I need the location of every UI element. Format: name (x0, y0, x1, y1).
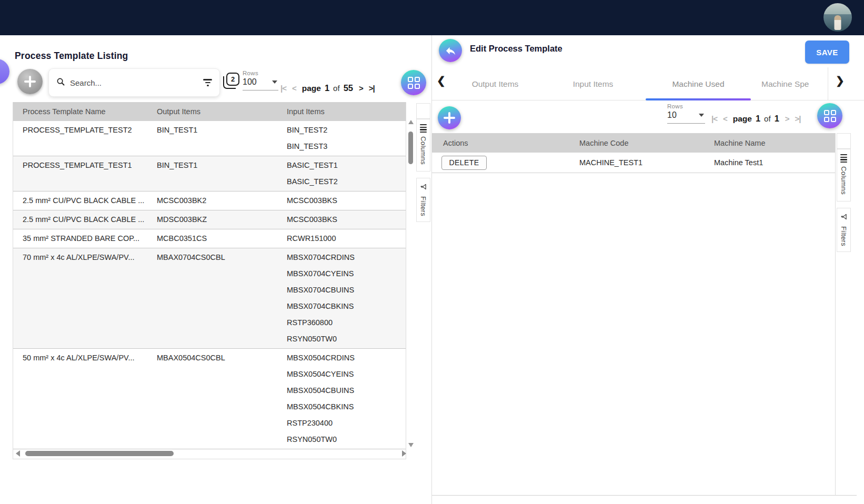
cell-process-template-name: 2.5 mm² CU/PVC BLACK CABLE ... (13, 210, 150, 229)
edit-panel-title: Edit Process Template (470, 44, 562, 54)
grid-icon (824, 110, 836, 122)
tab-machine-used[interactable]: Machine Used (646, 67, 751, 100)
cell-output-items: MBAX0504CS0CBL (150, 349, 280, 449)
columns-side-tab[interactable]: Columns (837, 149, 851, 201)
tabbar-separator (828, 67, 828, 100)
page-indicator: page 1 of 1 (733, 114, 779, 124)
column-header-process-template-name[interactable]: Process Template Name (13, 107, 150, 116)
search-box (48, 68, 220, 97)
close-panel-button[interactable]: ✕ (0, 59, 9, 84)
vertical-scrollbar-thumb[interactable] (408, 132, 413, 164)
scroll-left-arrow[interactable] (16, 450, 20, 457)
filter-funnel-icon (420, 183, 427, 193)
cell-output-items: BIN_TEST1 (150, 156, 280, 191)
cell-input-items: BASIC_TEST1BASIC_TEST2 (280, 156, 406, 191)
process-template-table: Process Template Name Output Items Input… (13, 102, 406, 459)
reply-arrow-icon (445, 45, 457, 57)
next-page-button[interactable]: > (359, 84, 363, 93)
cell-process-template-name: PROCESS_TEMPLATE_TEST1 (13, 156, 150, 191)
top-navbar (0, 0, 864, 35)
filter-funnel-icon (840, 213, 848, 223)
layout-grid-button[interactable] (817, 103, 842, 128)
plus-icon (444, 112, 455, 124)
filters-side-tab[interactable]: Filters (837, 208, 851, 252)
table-header: Process Template Name Output Items Input… (13, 102, 406, 121)
page-indicator: page 1 of 55 (302, 83, 353, 93)
columns-icon (840, 154, 847, 163)
cell-input-items: RCWR151000 (280, 229, 406, 248)
page-title: Process Template Listing (15, 51, 128, 62)
process-template-row[interactable]: 2.5 mm² CU/PVC BLACK CABLE ... MCSC003BK… (13, 191, 406, 210)
tabs-scroll-left-icon[interactable]: ❮ (437, 74, 446, 87)
last-page-button[interactable]: >| (795, 114, 801, 123)
cell-process-template-name: PROCESS_TEMPLATE_TEST2 (13, 121, 150, 156)
horizontal-scrollbar-thumb[interactable] (25, 451, 174, 456)
rows-value: 100 (243, 77, 257, 87)
cell-input-items: MBSX0504CRDINSMBSX0504CYEINSMBSX0504CBUI… (280, 349, 406, 449)
column-header-machine-code[interactable]: Machine Code (571, 139, 706, 147)
table-body: PROCESS_TEMPLATE_TEST2 BIN_TEST1 BIN_TES… (13, 121, 406, 449)
cell-process-template-name: 70 mm² x 4c AL/XLPE/SWA/PV... (13, 248, 150, 348)
table-header: Actions Machine Code Machine Name (432, 133, 835, 153)
cell-machine-name: Machine Test1 (706, 158, 836, 167)
columns-side-tab[interactable]: Columns (416, 119, 430, 172)
process-template-row[interactable]: PROCESS_TEMPLATE_TEST1 BIN_TEST1 BASIC_T… (13, 156, 406, 191)
column-header-output-items[interactable]: Output Items (150, 107, 280, 116)
cell-input-items: MBSX0704CRDINSMBSX0704CYEINSMBSX0704CBUI… (280, 248, 406, 348)
column-header-machine-name[interactable]: Machine Name (706, 139, 836, 147)
table-bottom-border (836, 495, 857, 496)
cell-output-items: MCSC003BK2 (150, 191, 280, 210)
layout-grid-button[interactable] (401, 70, 426, 95)
scroll-right-arrow[interactable] (402, 450, 406, 457)
pagination: |< < page 1 of 55 > >| (280, 80, 375, 96)
filters-side-tab[interactable]: Filters (416, 178, 430, 222)
tab-output-items[interactable]: Output Items (450, 67, 540, 100)
cell-output-items: MDSC003BKZ (150, 210, 280, 229)
tab-machine-specification[interactable]: Machine Spe (751, 67, 828, 100)
process-template-row[interactable]: 70 mm² x 4c AL/XLPE/SWA/PV... MBAX0704CS… (13, 248, 406, 349)
scroll-down-arrow[interactable] (408, 443, 414, 447)
add-machine-button[interactable] (438, 106, 461, 129)
plus-icon (24, 76, 36, 87)
cell-process-template-name: 2.5 mm² CU/PVC BLACK CABLE ... (13, 191, 150, 210)
horizontal-scrollbar[interactable] (16, 450, 406, 457)
prev-page-button[interactable]: < (723, 114, 727, 123)
next-page-button[interactable]: > (785, 114, 789, 123)
rows-label: Rows (667, 103, 705, 109)
column-header-actions[interactable]: Actions (432, 139, 571, 147)
app-root: ✕ Process Template Listing 2 Rows 100 |<… (0, 0, 864, 504)
machine-row[interactable]: DELETE MACHINE_TEST1 Machine Test1 (432, 153, 835, 173)
process-template-row[interactable]: 2.5 mm² CU/PVC BLACK CABLE ... MDSC003BK… (13, 210, 406, 229)
user-avatar[interactable] (823, 3, 852, 32)
rows-per-page-select[interactable]: Rows 10 (667, 103, 705, 124)
save-button[interactable]: SAVE (805, 41, 849, 64)
pagination: |< < page 1 of 1 > >| (711, 110, 801, 126)
search-icon (56, 77, 65, 88)
filter-list-icon[interactable] (203, 79, 212, 86)
add-process-template-button[interactable] (17, 69, 43, 94)
machine-used-table: Actions Machine Code Machine Name DELETE… (432, 133, 836, 496)
first-page-button[interactable]: |< (280, 84, 286, 93)
first-page-button[interactable]: |< (711, 114, 717, 123)
rows-per-page-select[interactable]: Rows 100 (243, 70, 278, 90)
process-template-row[interactable]: PROCESS_TEMPLATE_TEST2 BIN_TEST1 BIN_TES… (13, 121, 406, 156)
rows-label: Rows (243, 70, 278, 76)
column-header-input-items[interactable]: Input Items (280, 107, 406, 116)
scroll-up-arrow[interactable] (408, 120, 414, 124)
process-template-row[interactable]: 35 mm² STRANDED BARE COP... MCBC0351CS R… (13, 229, 406, 248)
tabs-scroll-right-icon[interactable]: ❯ (836, 74, 845, 87)
cell-process-template-name: 35 mm² STRANDED BARE COP... (13, 229, 150, 248)
delete-button[interactable]: DELETE (441, 156, 487, 170)
vertical-scrollbar[interactable] (407, 120, 415, 447)
columns-icon (420, 124, 427, 133)
process-template-row[interactable]: 50 mm² x 4c AL/XLPE/SWA/PV... MBAX0504CS… (13, 349, 406, 449)
stacked-pages-icon[interactable]: 2 (223, 73, 239, 89)
tab-input-items[interactable]: Input Items (540, 67, 646, 100)
prev-page-button[interactable]: < (292, 84, 296, 93)
last-page-button[interactable]: >| (369, 84, 375, 93)
search-input[interactable] (70, 78, 198, 87)
chevron-down-icon (272, 80, 277, 84)
cell-input-items: BIN_TEST2BIN_TEST3 (280, 121, 406, 156)
back-button[interactable] (439, 39, 462, 62)
cell-output-items: MBAX0704CS0CBL (150, 248, 280, 348)
